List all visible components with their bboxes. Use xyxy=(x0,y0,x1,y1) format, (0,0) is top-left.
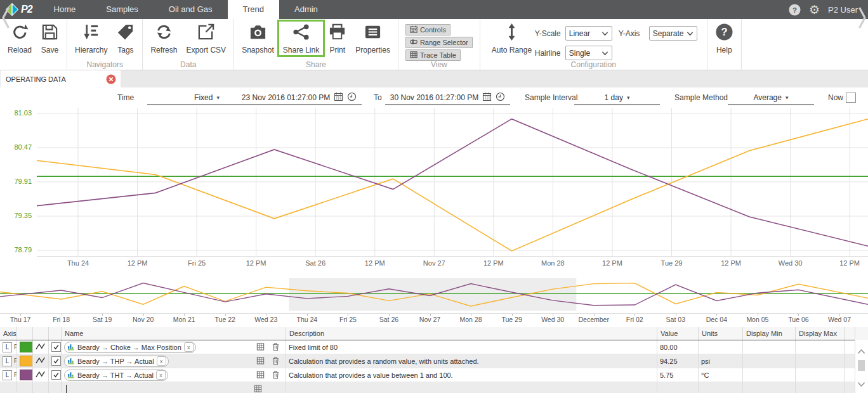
x-axis-tick-label: 12 PM xyxy=(246,259,266,267)
help-icon[interactable]: ? xyxy=(789,4,801,16)
user-menu[interactable]: P2 User xyxy=(828,5,858,15)
tag-chip[interactable]: Beardy → THP → Actualx xyxy=(64,356,169,367)
scrollbar-thumb[interactable] xyxy=(858,360,865,371)
calculation-icon[interactable] xyxy=(256,356,265,366)
calculation-icon[interactable] xyxy=(256,370,265,380)
trace-table: Axis Name Description Value Units Displa… xyxy=(0,327,868,393)
refresh-button[interactable]: Refresh xyxy=(146,21,181,56)
remove-tag-icon[interactable]: x xyxy=(184,342,194,352)
trace-color-swatch[interactable] xyxy=(20,342,33,352)
from-datetime-field[interactable]: 23 Nov 2016 01:27:00 PM xyxy=(237,91,362,105)
ribbon-group-help: ? Help xyxy=(707,19,741,70)
line-style-icon[interactable] xyxy=(36,356,46,366)
chevron-down-icon xyxy=(602,29,608,38)
line-style-icon[interactable] xyxy=(36,342,46,352)
axis-left-toggle[interactable]: L xyxy=(3,356,12,366)
table-scrollbar[interactable] xyxy=(855,340,868,393)
nav-item-home[interactable]: Home xyxy=(39,0,91,19)
scroll-up-icon[interactable] xyxy=(857,348,865,354)
axis-left-toggle[interactable]: L xyxy=(3,342,12,352)
gear-icon[interactable]: ⚙ xyxy=(809,4,820,16)
visibility-checkbox[interactable] xyxy=(51,342,61,352)
tag-chip-label: Beardy → THP → Actual xyxy=(77,358,154,365)
hairline-select[interactable]: Single xyxy=(565,46,612,60)
color-cell xyxy=(17,368,33,382)
calendar-icon[interactable] xyxy=(482,92,492,103)
range-tick-label: Dec 04 xyxy=(706,316,727,323)
axis-left-toggle[interactable]: L xyxy=(3,370,12,380)
scroll-down-icon[interactable] xyxy=(857,381,865,387)
y-scale-select[interactable]: Linear xyxy=(565,26,612,41)
range-selector-toggle[interactable]: Range Selector xyxy=(405,37,473,48)
scroll-right-icon[interactable] xyxy=(858,6,867,29)
visible-cell xyxy=(49,354,62,368)
print-button[interactable]: Print xyxy=(324,21,351,56)
trash-icon[interactable] xyxy=(272,342,280,352)
x-axis-tick-label: Nov 27 xyxy=(423,259,445,267)
close-icon[interactable] xyxy=(106,74,116,84)
save-button[interactable]: Save xyxy=(36,21,63,56)
range-tick-label: Nov 27 xyxy=(419,316,440,323)
help-button[interactable]: ? Help xyxy=(711,21,738,56)
auto-range-button[interactable]: Auto Range xyxy=(487,21,536,56)
ribbon-toolbar: Reload Save Hierarchy Tags Navigators Re… xyxy=(0,19,868,70)
time-label: Time xyxy=(117,93,134,102)
trash-icon[interactable] xyxy=(272,356,280,366)
calendar-icon[interactable] xyxy=(334,92,343,103)
line-style-cell xyxy=(33,368,49,382)
color-cell xyxy=(17,340,33,354)
trend-chart-plot[interactable] xyxy=(37,108,868,257)
line-style-icon[interactable] xyxy=(36,370,46,380)
to-datetime-field[interactable]: 30 Nov 2016 01:27:00 PM xyxy=(385,91,510,105)
tab-operating-data[interactable]: OPERATING DATA xyxy=(1,70,121,87)
value-cell: 5.75 xyxy=(657,368,699,382)
dropdown-caret-icon: ▾ xyxy=(627,94,630,101)
x-axis-tick-label: 12 PM xyxy=(128,259,148,267)
share-link-button[interactable]: Share Link xyxy=(279,21,324,56)
now-label: Now xyxy=(828,93,843,102)
properties-button[interactable]: Properties xyxy=(351,21,395,56)
top-nav-right: ? ⚙ P2 User xyxy=(789,4,868,16)
y-axis-select[interactable]: Separate xyxy=(649,26,697,41)
range-tick-label: Sat 26 xyxy=(379,316,398,323)
value-cell: 94.25 xyxy=(657,354,699,368)
trace-table-toggle[interactable]: Trace Table xyxy=(405,49,461,61)
remove-tag-icon[interactable]: x xyxy=(156,370,166,380)
now-checkbox[interactable] xyxy=(846,93,856,103)
clock-icon[interactable] xyxy=(496,92,505,103)
tag-chip[interactable]: Beardy → Choke → Max Positionx xyxy=(64,342,196,353)
nav-item-trend[interactable]: Trend xyxy=(228,0,279,19)
nav-item-admin[interactable]: Admin xyxy=(279,0,333,19)
tags-button[interactable]: Tags xyxy=(112,21,139,56)
visibility-checkbox[interactable] xyxy=(51,356,61,366)
scroll-left-icon[interactable] xyxy=(1,6,10,29)
x-axis-tick-label: Wed 30 xyxy=(779,259,803,267)
visibility-checkbox[interactable] xyxy=(51,370,61,380)
name-cell: Beardy → Choke → Max Positionx xyxy=(62,340,286,354)
range-selector-chart[interactable] xyxy=(0,277,868,313)
trace-color-swatch[interactable] xyxy=(20,356,33,366)
snapshot-button[interactable]: Snapshot xyxy=(237,21,279,56)
calculation-icon[interactable] xyxy=(254,384,262,393)
sample-method-dropdown[interactable]: Average▾ xyxy=(728,91,814,105)
header-display-min: Display Min xyxy=(743,327,796,340)
remove-tag-icon[interactable]: x xyxy=(157,356,166,366)
calculation-icon[interactable] xyxy=(256,342,265,352)
sample-interval-dropdown[interactable]: 1 day▾ xyxy=(574,91,660,105)
hierarchy-button[interactable]: Hierarchy xyxy=(70,21,112,56)
tag-chip[interactable]: Beardy → THT → Actualx xyxy=(64,370,168,381)
group-label-data: Data xyxy=(143,60,233,69)
document-tab-bar: OPERATING DATA xyxy=(0,70,868,88)
header-name: Name xyxy=(62,327,286,340)
trace-color-swatch[interactable] xyxy=(20,370,33,380)
trash-icon[interactable] xyxy=(272,370,280,380)
nav-item-samples[interactable]: Samples xyxy=(91,0,154,19)
clock-icon[interactable] xyxy=(347,92,357,103)
app-window: P2 HomeSamplesOil and GasTrendAdmin ? ⚙ … xyxy=(0,0,868,393)
x-axis-tick-label: Sat 26 xyxy=(305,259,326,267)
range-tick-label: Mon 21 xyxy=(173,316,195,323)
export-csv-button[interactable]: Export CSV xyxy=(181,21,230,56)
range-tick-label: Wed 07 xyxy=(828,316,851,323)
nav-item-oil-and-gas[interactable]: Oil and Gas xyxy=(154,0,228,19)
controls-toggle[interactable]: Controls xyxy=(405,24,450,35)
